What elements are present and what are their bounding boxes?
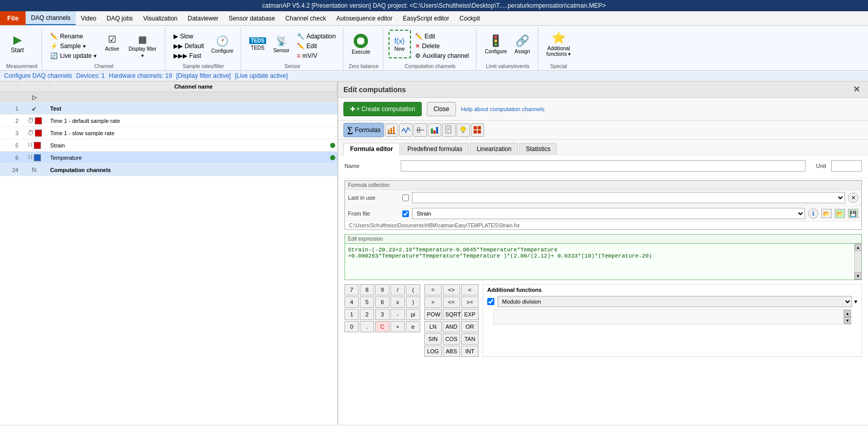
calc-7[interactable]: 7 [344, 284, 359, 295]
tool-btn-2[interactable] [399, 123, 413, 137]
calc-multiply[interactable]: x [390, 296, 405, 308]
calc-8[interactable]: 8 [360, 284, 374, 295]
tab-predefined-formulas[interactable]: Predefined formulas [401, 143, 469, 155]
tool-btn-1[interactable] [385, 123, 398, 137]
op-sqrt[interactable]: SQRT [443, 309, 460, 320]
channel-row-5[interactable]: 5 ⌇⌇ Strain [0, 139, 337, 152]
open-file-btn-2[interactable]: 📂 [835, 209, 845, 218]
easyscript-editor-menu[interactable]: EasyScript editor [398, 11, 454, 25]
help-link[interactable]: Help about computation channels [461, 106, 545, 112]
daq-channels-menu[interactable]: DAQ channels [26, 11, 75, 25]
sensor-button[interactable]: 📡 Sensor [270, 30, 293, 58]
collapse-icon-1[interactable]: ↙ [32, 105, 37, 112]
calc-5[interactable]: 5 [360, 296, 374, 308]
calc-minus[interactable]: - [390, 309, 405, 320]
op-exp[interactable]: EXP [461, 309, 479, 320]
daq-jobs-menu[interactable]: DAQ jobs [101, 11, 138, 25]
default-button[interactable]: ▶▶ Default [170, 41, 207, 51]
tool-btn-4[interactable] [428, 123, 441, 137]
calc-e[interactable]: e [406, 321, 420, 332]
panel-close-button[interactable]: ✕ [850, 84, 863, 94]
auxiliary-channel-button[interactable]: ⚙ Auxiliary channel [412, 51, 472, 60]
channel-row-2[interactable]: 2 ⏱ Time 1 - default sample rate [0, 115, 337, 127]
channel-row-6[interactable]: 6 ⌇⌇ Temperature [0, 152, 337, 164]
calc-0[interactable]: 0 [344, 321, 359, 332]
expand-icon[interactable]: ▷ [32, 94, 37, 101]
unit-input[interactable] [831, 160, 862, 172]
slow-button[interactable]: ▶ Slow [170, 32, 207, 41]
live-update-button[interactable]: 🔄 Live update ▾ [47, 51, 100, 60]
calc-dot[interactable]: . [360, 321, 374, 332]
sample-button[interactable]: ⚡ Sample ▾ [47, 41, 100, 51]
calc-open-paren[interactable]: ( [406, 284, 420, 295]
name-input[interactable] [401, 160, 806, 172]
op-log[interactable]: LOG [424, 346, 442, 357]
mv-v-button[interactable]: ≡ mV/V [294, 51, 339, 60]
formulas-tool-button[interactable]: ∑ Formulas [343, 123, 384, 137]
op-or[interactable]: OR [461, 321, 479, 332]
calc-close-paren[interactable]: ) [406, 296, 420, 308]
active-button[interactable]: ☑ Active [101, 32, 123, 54]
autosequence-editor-menu[interactable]: Autosequence editor [331, 11, 398, 25]
tool-btn-5[interactable] [442, 123, 455, 137]
channel-check-menu[interactable]: Channel check [280, 11, 331, 25]
edit-computation-button[interactable]: ✏️ Edit [412, 32, 472, 41]
op-ln[interactable]: LN [424, 321, 442, 332]
fast-button[interactable]: ▶▶▶ Fast [170, 51, 207, 60]
delete-computation-button[interactable]: ✕ Delete [412, 41, 472, 51]
tool-btn-6[interactable] [457, 123, 470, 137]
op-equals[interactable]: = [424, 284, 442, 295]
channel-row-24[interactable]: 24 fx Computation channels [0, 164, 337, 176]
open-file-button[interactable]: 📂 [821, 209, 832, 218]
adaptation-button[interactable]: 🔧 Adaptation [294, 32, 339, 41]
from-file-checkbox[interactable] [402, 210, 409, 217]
expression-textarea[interactable]: Strain-(-20.23+2.19*Temperature-0.0645*T… [345, 244, 854, 280]
calc-plus[interactable]: + [390, 321, 405, 332]
op-less-eq[interactable]: <= [443, 296, 460, 308]
bottom-scroll-up[interactable]: ▲ [844, 310, 851, 317]
cockpit-menu[interactable]: Cockpit [454, 11, 485, 25]
configure-limit-button[interactable]: 🚦 Configure [482, 30, 510, 58]
info-button[interactable]: ℹ [808, 208, 818, 219]
last-in-use-dropdown[interactable] [412, 192, 845, 203]
execute-button[interactable]: ⏺ Execute [349, 30, 373, 58]
calc-3[interactable]: 3 [375, 309, 389, 320]
video-menu[interactable]: Video [76, 11, 101, 25]
op-greater[interactable]: > [424, 296, 442, 308]
op-abs[interactable]: ABS [443, 346, 460, 357]
op-pow[interactable]: POW [424, 309, 442, 320]
configure-daq-link[interactable]: Configure DAQ channels [4, 72, 72, 79]
channel-row-test[interactable]: 1 ↙ Test [0, 102, 337, 115]
tool-btn-7[interactable] [471, 123, 484, 137]
op-and[interactable]: AND [443, 321, 460, 332]
bottom-scroll-down[interactable]: ▼ [844, 317, 851, 324]
calc-6[interactable]: 6 [375, 296, 389, 308]
new-computation-button[interactable]: f(x) New [388, 30, 411, 58]
op-cos[interactable]: COS [443, 333, 460, 345]
op-sin[interactable]: SIN [424, 333, 442, 345]
calc-9[interactable]: 9 [375, 284, 389, 295]
last-in-use-checkbox[interactable] [402, 195, 409, 201]
assign-button[interactable]: 🔗 Assign [511, 30, 534, 58]
configure-sensor-button[interactable]: 🕐 Configure [208, 30, 236, 58]
op-int[interactable]: INT [461, 346, 479, 357]
file-menu-button[interactable]: File [0, 11, 26, 25]
calc-divide[interactable]: / [390, 284, 405, 295]
create-computation-button[interactable]: ✚ + Create computation [343, 102, 422, 116]
modulo-checkbox[interactable] [487, 298, 494, 305]
tool-btn-3[interactable] [414, 123, 427, 137]
close-panel-button[interactable]: Close [427, 102, 456, 116]
dataviewer-menu[interactable]: Dataviewer [183, 11, 224, 25]
op-not-equals[interactable]: <> [443, 284, 460, 295]
tab-statistics[interactable]: Statistics [519, 143, 557, 155]
save-file-button[interactable]: 💾 [848, 209, 858, 218]
additional-functions-button[interactable]: ⭐ Additionalfunctions ▾ [544, 30, 574, 58]
teds-button[interactable]: TEDS TEDS [246, 30, 269, 58]
calc-1[interactable]: 1 [344, 309, 359, 320]
expr-scroll-down[interactable]: ▼ [855, 272, 862, 280]
start-button[interactable]: ▶ Start [6, 30, 29, 58]
from-file-dropdown[interactable]: Strain [412, 208, 805, 219]
rename-button[interactable]: ✏️ Rename [47, 32, 100, 41]
sensor-edit-button[interactable]: ✏️ Edit [294, 41, 339, 51]
calc-pi[interactable]: pi [406, 309, 420, 320]
